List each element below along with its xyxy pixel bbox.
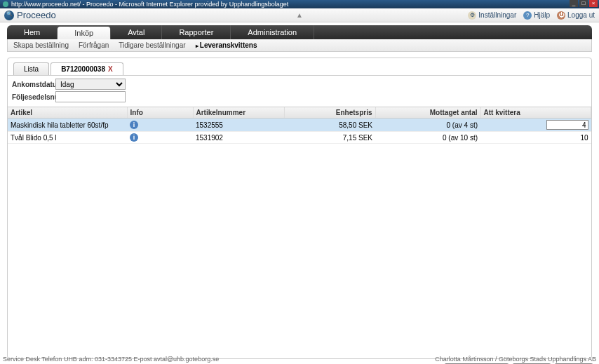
tab-order[interactable]: B7120000038 X [51,62,123,75]
tab-close-icon[interactable]: X [108,65,113,73]
tab-lista[interactable]: Lista [13,62,49,75]
logout-label: Logga ut [567,11,595,19]
help-icon: ? [523,11,532,20]
footer-right: Charlotta Mårtinsson / Göteborgs Stads U… [435,356,596,363]
app-header: Proceedo ▲ ⚙ Inställningar ? Hjälp ⏻ Log… [0,8,599,22]
col-mottaget-antal[interactable]: Mottaget antal [375,107,480,119]
cell-mottaget: 0 (av 10 st) [375,132,480,144]
table-row[interactable]: Tvål Blido 0,5 l i 1531902 7,15 SEK 0 (a… [8,132,591,144]
ankomstdatum-label: Ankomstdatum [12,81,55,88]
window-controls: _ □ × [570,0,598,7]
subnav-tidigare-bestallningar[interactable]: Tidigare beställningar [119,41,185,49]
nav-rapporter[interactable]: Rapporter [162,25,231,39]
foljesedelsnummer-label: Följesedelsnummer [12,93,55,101]
status-bar: Service Desk Telefon UHB adm: 031-334372… [3,356,596,363]
settings-icon: ⚙ [468,11,476,20]
col-artikelnummer[interactable]: Artikelnummer [193,107,284,119]
browser-title-bar: http://www.proceedo.net/ - Proceedo - Mi… [0,0,599,8]
table-header-row: Artikel Info Artikelnummer Enhetspris Mo… [8,107,591,119]
items-table: Artikel Info Artikelnummer Enhetspris Mo… [8,107,591,144]
table-row[interactable]: Maskindisk hila tabletter 60st/fp i 1532… [8,119,591,132]
header-arrow-icon[interactable]: ▲ [296,11,303,19]
nav-administration[interactable]: Administration [231,25,314,39]
footer-left: Service Desk Telefon UHB adm: 031-334372… [3,356,219,363]
cell-mottaget: 0 (av 4 st) [375,119,480,132]
nav-hem[interactable]: Hem [7,25,58,39]
info-icon[interactable]: i [130,133,138,142]
subnav-skapa-bestallning[interactable]: Skapa beställning [13,41,69,49]
ankomstdatum-select[interactable]: Idag [55,79,126,90]
table-wrap: Artikel Info Artikelnummer Enhetspris Mo… [8,107,591,358]
cell-artikel: Maskindisk hila tabletter 60st/fp [8,119,127,132]
tab-order-label: B7120000038 [61,65,105,73]
col-enhetspris[interactable]: Enhetspris [284,107,375,119]
cell-artikel: Tvål Blido 0,5 l [8,132,127,144]
window-title: http://www.proceedo.net/ - Proceedo - Mi… [11,1,288,8]
tab-row: Lista B7120000038 X [8,58,591,75]
main-nav: Hem Inköp Avtal Rapporter Administration [7,25,592,39]
cell-enhetspris: 58,50 SEK [284,119,375,132]
content-panel: Lista B7120000038 X Ankomstdatum Idag Fö… [7,58,592,359]
settings-label: Inställningar [478,11,516,19]
kvittera-input[interactable] [546,120,588,130]
col-info[interactable]: Info [127,107,193,119]
sub-nav: Skapa beställning Förfrågan Tidigare bes… [7,39,592,52]
cell-kvittera: 10 [480,132,591,144]
settings-link[interactable]: ⚙ Inställningar [468,11,516,20]
cell-artikelnummer: 1532555 [193,119,284,132]
brand-name: Proceedo [17,10,56,20]
subnav-leveranskvittens[interactable]: Leveranskvittens [196,41,257,49]
cell-artikelnummer: 1531902 [193,132,284,144]
nav-avtal[interactable]: Avtal [111,25,162,39]
nav-inkop[interactable]: Inköp [58,27,111,39]
tab-lista-label: Lista [24,65,39,73]
col-att-kvittera[interactable]: Att kvittera [480,107,591,119]
foljesedelsnummer-input[interactable] [55,91,126,102]
cell-enhetspris: 7,15 SEK [284,132,375,144]
logout-link[interactable]: ⏻ Logga ut [557,11,595,20]
help-label: Hjälp [534,11,550,19]
help-link[interactable]: ? Hjälp [523,11,550,20]
col-artikel[interactable]: Artikel [8,107,127,119]
minimize-button[interactable]: _ [570,0,578,7]
maximize-button[interactable]: □ [579,0,588,7]
form-area: Ankomstdatum Idag Följesedelsnummer [8,75,591,107]
ie-icon [3,1,8,7]
close-button[interactable]: × [589,0,598,7]
info-icon[interactable]: i [130,121,138,129]
subnav-forfragan[interactable]: Förfrågan [79,41,109,49]
logout-icon: ⏻ [557,11,565,20]
proceedo-logo-icon [4,11,14,20]
